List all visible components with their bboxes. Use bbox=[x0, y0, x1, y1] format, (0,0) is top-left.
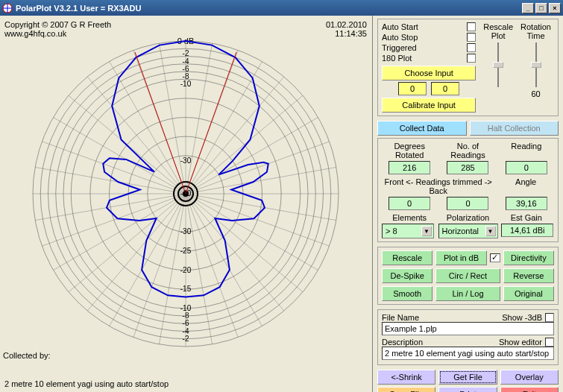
trim-back-value: 0 bbox=[447, 197, 488, 210]
triggered-checkbox[interactable] bbox=[467, 43, 476, 52]
polarization-select[interactable]: Horizontal▼ bbox=[438, 224, 498, 238]
elements-select[interactable]: > 8▼ bbox=[382, 224, 434, 238]
input-value-b: 0 bbox=[431, 82, 459, 95]
get-file-button[interactable]: Get File bbox=[438, 370, 497, 385]
rotation-time-value: 60 bbox=[531, 89, 540, 98]
rescale-plot-label: Rescale Plot bbox=[483, 22, 513, 40]
despike-button[interactable]: De-Spike bbox=[382, 268, 433, 283]
window-title: PolarPlot V3.2.1 User = RX3ADU bbox=[16, 4, 141, 13]
lin-log-button[interactable]: Lin / Log bbox=[435, 286, 500, 301]
rescale-plot-slider[interactable] bbox=[491, 42, 505, 87]
triggered-label: Triggered bbox=[382, 43, 417, 52]
svg-text:-10: -10 bbox=[180, 80, 192, 88]
num-readings-value: 285 bbox=[447, 161, 488, 174]
chevron-down-icon: ▼ bbox=[421, 226, 432, 236]
svg-text:-30: -30 bbox=[180, 157, 192, 165]
plot-panel: Copyright © 2007 G R Freeth www.g4hfq.co… bbox=[0, 16, 373, 392]
polarization-label: Polarization bbox=[447, 213, 489, 222]
halt-collection-button[interactable]: Halt Collection bbox=[470, 121, 559, 136]
svg-text:-2: -2 bbox=[183, 335, 189, 343]
show-3db-label: Show -3dB bbox=[502, 313, 542, 322]
circ-rect-button[interactable]: Circ / Rect bbox=[435, 268, 500, 283]
num-readings-label: No. of Readings bbox=[450, 142, 485, 159]
copyright-text: Copyright © 2007 G R Freeth bbox=[4, 20, 111, 29]
save-file-button[interactable]: Save File bbox=[377, 387, 435, 392]
auto-stop-checkbox[interactable] bbox=[467, 33, 476, 42]
exit-button[interactable]: Exit bbox=[500, 387, 559, 392]
svg-text:-30: -30 bbox=[180, 227, 192, 235]
reverse-button[interactable]: Reverse bbox=[503, 268, 554, 283]
polar-plot-svg: -2-4-6-8-10-30 -40-30-25-20-15-10-8-6-4-… bbox=[10, 34, 361, 354]
collected-by-label: Collected by: bbox=[3, 351, 51, 360]
file-name-input[interactable] bbox=[382, 322, 554, 335]
shrink-button[interactable]: <-Shrink bbox=[377, 370, 435, 385]
degrees-rotated-label: Degrees Rotated bbox=[394, 142, 425, 159]
trim-label: Front <- Readings trimmed -> Back bbox=[385, 177, 492, 195]
svg-text:-40: -40 bbox=[180, 189, 192, 197]
original-button[interactable]: Original bbox=[503, 286, 554, 301]
reading-value: 0 bbox=[506, 161, 547, 174]
auto-start-checkbox[interactable] bbox=[467, 22, 476, 31]
show-editor-checkbox[interactable] bbox=[545, 338, 554, 347]
svg-text:-25: -25 bbox=[180, 247, 192, 255]
file-name-label: File Name bbox=[382, 313, 419, 322]
trim-front-value: 0 bbox=[389, 197, 430, 210]
rotation-time-slider[interactable] bbox=[529, 42, 543, 87]
auto-start-label: Auto Start bbox=[382, 22, 418, 31]
maximize-button[interactable]: □ bbox=[535, 3, 547, 13]
rescale-button[interactable]: Rescale bbox=[382, 250, 433, 265]
footer-description: 2 metre 10 element yagi using auto start… bbox=[4, 379, 169, 388]
choose-input-button[interactable]: Choose Input bbox=[382, 66, 476, 80]
rotation-time-label: Rotation Time bbox=[520, 22, 551, 40]
angle-value: 39,16 bbox=[506, 197, 547, 210]
controls-panel: Auto Start Auto Stop Triggered 180 Plot … bbox=[373, 16, 563, 392]
auto-stop-label: Auto Stop bbox=[382, 33, 418, 42]
show-editor-label: Show editor bbox=[499, 338, 542, 347]
close-button[interactable]: × bbox=[549, 3, 561, 13]
date-text: 01.02.2010 bbox=[326, 20, 367, 29]
titlebar: PolarPlot V3.2.1 User = RX3ADU _ □ × bbox=[0, 0, 563, 16]
reading-label: Reading bbox=[511, 142, 541, 151]
print-button[interactable]: Print bbox=[438, 387, 497, 392]
plot-in-db-checkbox[interactable]: ✓ bbox=[490, 253, 500, 262]
collect-data-button[interactable]: Collect Data bbox=[377, 121, 467, 136]
180plot-label: 180 Plot bbox=[382, 54, 412, 63]
plot-in-db-button[interactable]: Plot in dB bbox=[435, 250, 486, 265]
est-gain-value: 14,61 dBi bbox=[501, 224, 553, 237]
elements-value: > 8 bbox=[386, 227, 397, 235]
smooth-button[interactable]: Smooth bbox=[382, 286, 433, 301]
chevron-down-icon: ▼ bbox=[485, 226, 496, 236]
description-input[interactable] bbox=[382, 347, 554, 360]
show-3db-checkbox[interactable] bbox=[545, 313, 554, 322]
input-value-a: 0 bbox=[398, 82, 427, 95]
degrees-rotated-value: 216 bbox=[389, 161, 430, 174]
calibrate-input-button[interactable]: Calibrate Input bbox=[382, 98, 476, 113]
svg-text:-20: -20 bbox=[180, 266, 192, 274]
est-gain-label: Est Gain bbox=[511, 213, 542, 222]
minimize-button[interactable]: _ bbox=[522, 3, 534, 13]
elements-label: Elements bbox=[392, 213, 427, 222]
polarization-value: Horizontal bbox=[442, 227, 479, 235]
app-icon bbox=[2, 3, 13, 13]
directivity-button[interactable]: Directivity bbox=[503, 250, 554, 265]
overlay-button[interactable]: Overlay bbox=[500, 370, 559, 385]
svg-text:-15: -15 bbox=[180, 285, 192, 293]
180plot-checkbox[interactable] bbox=[467, 54, 476, 63]
angle-label: Angle bbox=[515, 177, 536, 186]
description-label: Description bbox=[382, 338, 423, 347]
